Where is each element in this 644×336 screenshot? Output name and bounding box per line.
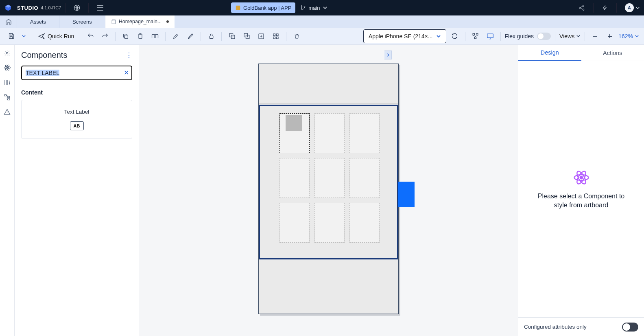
hamburger-menu-icon[interactable] <box>93 0 107 15</box>
properties-panel: Design Actions Please select a Component… <box>518 45 644 336</box>
grid-cell[interactable] <box>279 113 310 153</box>
file-icon <box>111 19 116 24</box>
grid-cell[interactable] <box>349 113 380 153</box>
globe-icon[interactable] <box>70 0 84 15</box>
app-pill-label: GoldBank app | APP <box>243 5 291 11</box>
library-icon[interactable] <box>3 78 11 86</box>
save-button[interactable] <box>5 30 17 42</box>
svg-point-7 <box>583 9 584 10</box>
branch-label: main <box>308 5 320 11</box>
grid-cell[interactable] <box>279 158 310 198</box>
send-back-button[interactable] <box>240 30 253 42</box>
lock-button[interactable] <box>205 30 217 42</box>
svg-rect-21 <box>277 34 279 36</box>
delete-button[interactable] <box>290 30 303 42</box>
grid-cell[interactable] <box>314 158 345 198</box>
panel-collapse-button[interactable] <box>384 51 392 59</box>
brush-button[interactable] <box>184 30 196 42</box>
main-toolbar: Quick Run Apple iPhone SE (214×... Flex … <box>0 28 644 45</box>
copy-button[interactable] <box>120 30 132 42</box>
branch-selector[interactable]: main <box>300 5 327 11</box>
undo-button[interactable] <box>84 30 96 42</box>
svg-rect-23 <box>277 37 279 39</box>
svg-rect-22 <box>273 37 275 39</box>
grid-cell[interactable] <box>349 158 380 198</box>
palette-item-thumb: AB <box>70 121 84 130</box>
app-logo <box>0 4 16 11</box>
components-panel: Components ⋮ ✕ Content Text Label AB <box>15 45 139 336</box>
selection-handle[interactable] <box>398 182 415 207</box>
share-icon[interactable] <box>574 0 589 15</box>
footer-label: Configured attributes only <box>524 324 587 330</box>
user-menu[interactable]: A <box>621 0 644 15</box>
configured-only-toggle[interactable] <box>622 323 638 332</box>
quick-run-label: Quick Run <box>48 33 74 40</box>
grid-cell[interactable] <box>349 203 380 243</box>
warning-icon[interactable] <box>3 108 11 116</box>
views-dropdown[interactable]: Views <box>559 33 581 40</box>
design-canvas[interactable] <box>139 45 518 336</box>
app-selector[interactable]: GoldBank app | APP <box>231 2 295 13</box>
views-label: Views <box>559 33 574 40</box>
grid-cell[interactable] <box>279 203 310 243</box>
grid-button[interactable] <box>270 30 282 42</box>
svg-point-4 <box>304 6 306 7</box>
svg-point-3 <box>301 9 303 10</box>
toggle-off-icon <box>537 33 551 40</box>
paste-button[interactable] <box>134 30 146 42</box>
redo-button[interactable] <box>99 30 111 42</box>
svg-rect-27 <box>487 34 493 37</box>
save-dropdown[interactable] <box>20 30 28 42</box>
frame-body[interactable] <box>259 105 398 259</box>
avatar: A <box>625 3 634 12</box>
component-search-input[interactable] <box>21 66 132 80</box>
gear-icon[interactable] <box>3 49 11 57</box>
device-frame[interactable] <box>258 64 399 314</box>
tree-icon[interactable] <box>3 93 11 101</box>
atom-icon <box>573 169 590 186</box>
empty-state-message: Please select a Component to style from … <box>533 192 629 209</box>
tab-assets[interactable]: Assets <box>17 15 59 28</box>
grid-cell[interactable] <box>314 203 345 243</box>
home-icon[interactable] <box>0 15 17 28</box>
add-button[interactable] <box>255 30 267 42</box>
flex-guides-label: Flex guides <box>505 33 534 40</box>
svg-rect-13 <box>155 34 158 38</box>
grid-cell[interactable] <box>314 113 345 153</box>
svg-point-36 <box>580 176 582 179</box>
svg-rect-25 <box>476 33 478 35</box>
flex-guides-toggle[interactable]: Flex guides <box>505 33 551 40</box>
section-content: Content <box>21 89 132 96</box>
file-tab-label: Homepage_main... <box>119 19 162 24</box>
clear-search-button[interactable]: ✕ <box>124 69 129 77</box>
refresh-button[interactable] <box>449 30 461 42</box>
zoom-out-button[interactable] <box>589 30 601 42</box>
atom-icon[interactable] <box>3 64 11 72</box>
frame-footer[interactable] <box>259 259 398 312</box>
svg-rect-26 <box>474 37 476 39</box>
tab-screens[interactable]: Screens <box>59 15 105 28</box>
svg-point-28 <box>6 52 8 54</box>
panel-menu-icon[interactable]: ⋮ <box>126 51 132 59</box>
bring-front-button[interactable] <box>226 30 238 42</box>
component-palette-item[interactable]: Text Label AB <box>21 100 132 139</box>
panel-title: Components <box>21 51 67 60</box>
zoom-in-button[interactable] <box>604 30 616 42</box>
duplicate-button[interactable] <box>149 30 161 42</box>
monitor-icon[interactable] <box>484 30 496 42</box>
workspace-tabs: Assets Screens Homepage_main... <box>0 15 644 28</box>
svg-rect-34 <box>8 96 10 98</box>
svg-rect-14 <box>210 36 213 38</box>
lightning-icon[interactable] <box>598 0 612 15</box>
tab-actions[interactable]: Actions <box>581 46 644 60</box>
file-tab[interactable]: Homepage_main... <box>105 15 175 28</box>
svg-rect-35 <box>8 99 10 100</box>
top-bar: STUDIO 4.1.0-RC7 GoldBank app | APP main… <box>0 0 644 15</box>
quick-run-button[interactable]: Quick Run <box>36 33 76 40</box>
zoom-dropdown[interactable]: 162% <box>618 33 639 40</box>
tab-design[interactable]: Design <box>518 45 581 61</box>
device-selector[interactable]: Apple iPhone SE (214×... <box>363 29 446 43</box>
edit-button[interactable] <box>170 30 182 42</box>
layout-tree-icon[interactable] <box>469 30 482 42</box>
frame-header[interactable] <box>259 64 398 104</box>
